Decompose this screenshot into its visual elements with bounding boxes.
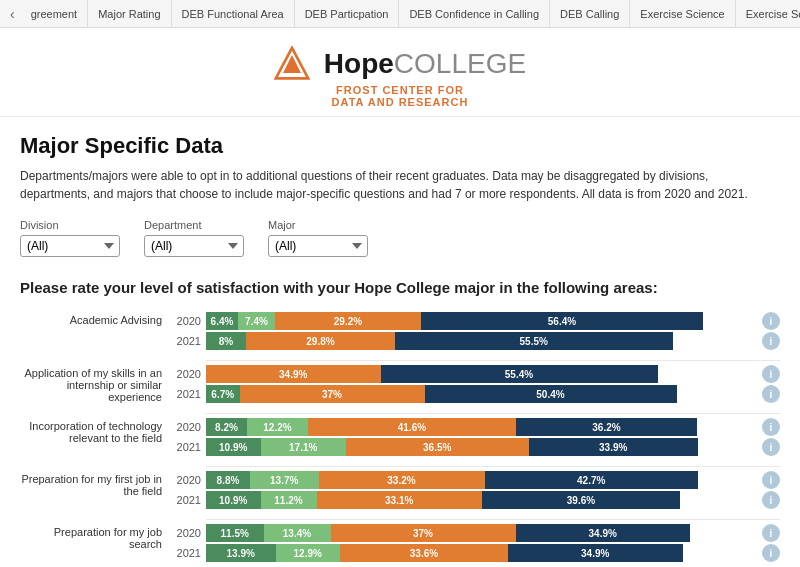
bar-segment: 55.4% (381, 365, 658, 383)
hope-triangle-icon (274, 46, 310, 82)
row-years-2: 20208.2%12.2%41.6%36.2%i202110.9%17.1%36… (170, 418, 780, 458)
year-row-4-1: 202113.9%12.9%33.6%34.9%i (170, 544, 780, 562)
division-select[interactable]: (All) (20, 235, 120, 257)
bar-segment: 8% (206, 332, 246, 350)
logo-container: HopeCOLLEGE (20, 46, 780, 82)
bar-segment: 29.2% (275, 312, 421, 330)
bar-1-0: 34.9%55.4% (206, 365, 758, 383)
bar-segment: 56.4% (421, 312, 703, 330)
division-filter: Division (All) (20, 219, 120, 257)
info-dot[interactable]: i (762, 312, 780, 330)
year-label: 2020 (170, 421, 206, 433)
top-nav: ‹ greementMajor RatingDEB Functional Are… (0, 0, 800, 28)
nav-item-3[interactable]: DEB Particpation (295, 0, 400, 27)
year-row-3-0: 20208.8%13.7%33.2%42.7%i (170, 471, 780, 489)
row-label-0: Academic Advising (20, 312, 170, 326)
bar-segment: 8.2% (206, 418, 247, 436)
row-years-3: 20208.8%13.7%33.2%42.7%i202110.9%11.2%33… (170, 471, 780, 511)
year-label: 2020 (170, 315, 206, 327)
info-dot[interactable]: i (762, 418, 780, 436)
year-label: 2020 (170, 368, 206, 380)
division-label: Division (20, 219, 120, 231)
chart-container: Academic Advising20206.4%7.4%29.2%56.4%i… (20, 312, 780, 567)
row-label-1: Application of my skills in an internshi… (20, 365, 170, 403)
bar-segment: 37% (240, 385, 425, 403)
department-select[interactable]: (All) (144, 235, 244, 257)
year-row-0-0: 20206.4%7.4%29.2%56.4%i (170, 312, 780, 330)
year-row-2-1: 202110.9%17.1%36.5%33.9%i (170, 438, 780, 456)
bar-segment: 34.9% (516, 524, 691, 542)
chart-row-4: Preparation for my job search202011.5%13… (20, 524, 780, 564)
bar-2-1: 10.9%17.1%36.5%33.9% (206, 438, 758, 456)
bar-0-0: 6.4%7.4%29.2%56.4% (206, 312, 758, 330)
nav-item-6[interactable]: Exercise Science (630, 0, 735, 27)
year-row-1-0: 202034.9%55.4%i (170, 365, 780, 383)
chart-row-0: Academic Advising20206.4%7.4%29.2%56.4%i… (20, 312, 780, 352)
info-dot[interactable]: i (762, 471, 780, 489)
bar-segment: 12.2% (247, 418, 308, 436)
bar-segment: 7.4% (238, 312, 275, 330)
nav-item-4[interactable]: DEB Confidence in Calling (399, 0, 550, 27)
year-row-4-0: 202011.5%13.4%37%34.9%i (170, 524, 780, 542)
bar-segment: 11.5% (206, 524, 264, 542)
year-label: 2021 (170, 388, 206, 400)
bar-3-1: 10.9%11.2%33.1%39.6% (206, 491, 758, 509)
row-label-3: Preparation for my first job in the fiel… (20, 471, 170, 497)
bar-3-0: 8.8%13.7%33.2%42.7% (206, 471, 758, 489)
page-description: Departments/majors were able to opt in t… (20, 167, 770, 203)
bar-segment: 34.9% (206, 365, 381, 383)
info-dot[interactable]: i (762, 332, 780, 350)
page-title: Major Specific Data (20, 133, 780, 159)
bar-segment: 13.7% (250, 471, 319, 489)
bar-4-1: 13.9%12.9%33.6%34.9% (206, 544, 758, 562)
info-dot[interactable]: i (762, 385, 780, 403)
info-dot[interactable]: i (762, 524, 780, 542)
bar-segment: 33.9% (529, 438, 699, 456)
row-label-4: Preparation for my job search (20, 524, 170, 550)
filters-container: Division (All) Department (All) Major (A… (20, 219, 780, 257)
major-select[interactable]: (All) (268, 235, 368, 257)
year-row-0-1: 20218%29.8%55.5%i (170, 332, 780, 350)
page-header: HopeCOLLEGE FROST CENTER FOR DATA AND RE… (0, 28, 800, 117)
nav-item-2[interactable]: DEB Functional Area (172, 0, 295, 27)
year-label: 2021 (170, 494, 206, 506)
year-row-3-1: 202110.9%11.2%33.1%39.6%i (170, 491, 780, 509)
year-label: 2021 (170, 441, 206, 453)
nav-item-1[interactable]: Major Rating (88, 0, 171, 27)
info-dot[interactable]: i (762, 491, 780, 509)
nav-item-5[interactable]: DEB Calling (550, 0, 630, 27)
year-row-2-0: 20208.2%12.2%41.6%36.2%i (170, 418, 780, 436)
section-heading: Please rate your level of satisfaction w… (20, 277, 720, 298)
row-separator (206, 413, 780, 414)
year-label: 2020 (170, 527, 206, 539)
info-dot[interactable]: i (762, 438, 780, 456)
info-dot[interactable]: i (762, 544, 780, 562)
bar-4-0: 11.5%13.4%37%34.9% (206, 524, 758, 542)
nav-item-7[interactable]: Exercise Science (2) (736, 0, 800, 27)
bar-segment: 55.5% (395, 332, 673, 350)
bar-segment: 8.8% (206, 471, 250, 489)
logo-text: HopeCOLLEGE (324, 48, 526, 80)
bar-segment: 6.7% (206, 385, 240, 403)
info-dot[interactable]: i (762, 365, 780, 383)
bar-segment: 34.9% (508, 544, 683, 562)
row-years-4: 202011.5%13.4%37%34.9%i202113.9%12.9%33.… (170, 524, 780, 564)
bar-segment: 36.2% (516, 418, 697, 436)
bar-segment: 29.8% (246, 332, 395, 350)
bar-segment: 10.9% (206, 438, 261, 456)
bar-segment: 33.6% (340, 544, 508, 562)
bar-segment: 11.2% (261, 491, 317, 509)
bar-0-1: 8%29.8%55.5% (206, 332, 758, 350)
nav-back-arrow[interactable]: ‹ (4, 6, 21, 22)
bar-segment: 36.5% (346, 438, 529, 456)
bar-segment: 39.6% (482, 491, 680, 509)
year-label: 2021 (170, 547, 206, 559)
row-years-1: 202034.9%55.4%i20216.7%37%50.4%i (170, 365, 780, 405)
bar-segment: 10.9% (206, 491, 261, 509)
bar-segment: 17.1% (261, 438, 347, 456)
row-separator (206, 466, 780, 467)
department-label: Department (144, 219, 244, 231)
year-label: 2021 (170, 335, 206, 347)
bar-segment: 33.1% (317, 491, 483, 509)
nav-item-0[interactable]: greement (21, 0, 88, 27)
